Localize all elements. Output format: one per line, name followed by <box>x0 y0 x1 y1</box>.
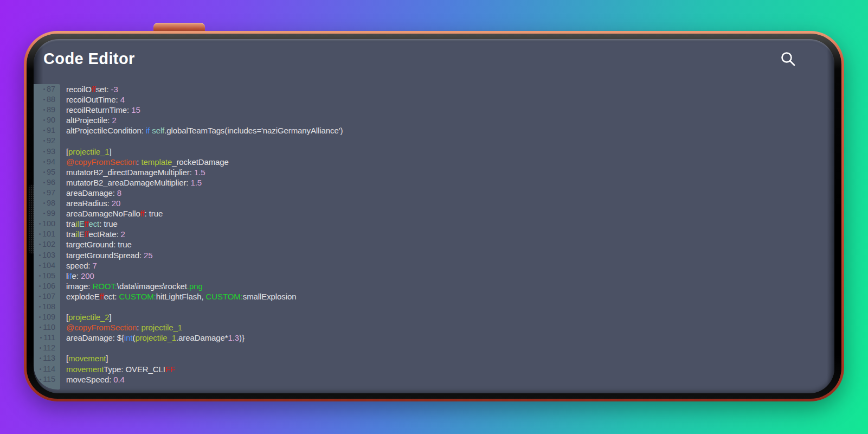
code-line[interactable]: •93[projectile_1] <box>34 146 834 157</box>
code-text: image: ROOT:\data\images\rocket.png <box>58 281 203 291</box>
line-number: •108 <box>34 302 58 312</box>
line-number: •88 <box>34 94 58 105</box>
line-number: •106 <box>34 281 58 291</box>
line-number: •101 <box>34 229 58 239</box>
code-text: altProjectile: 2 <box>58 115 117 125</box>
line-number: •107 <box>34 291 58 302</box>
search-icon[interactable] <box>779 50 798 69</box>
code-text: explodeEffect: CUSTOM:hitLightFlash, CUS… <box>58 291 296 302</box>
line-number: •97 <box>34 188 58 198</box>
line-number: •110 <box>34 322 58 333</box>
line-number: •111 <box>34 333 58 343</box>
code-lines[interactable]: •87recoilOffset: -3•88recoilOutTime: 4•8… <box>34 84 834 385</box>
code-text: speed: 7 <box>58 260 97 271</box>
code-line[interactable]: •112 <box>34 343 834 353</box>
code-line[interactable]: •88recoilOutTime: 4 <box>34 94 834 105</box>
code-text: targetGroundSpread: 25 <box>58 250 153 260</box>
line-number: •103 <box>34 250 58 260</box>
line-number: •98 <box>34 198 58 208</box>
code-text: [movement] <box>58 353 108 363</box>
code-line[interactable]: •109[projectile_2] <box>34 312 834 322</box>
code-text: targetGround: true <box>58 239 132 250</box>
line-number: •91 <box>34 125 58 136</box>
line-number: •104 <box>34 260 58 271</box>
code-text: [projectile_2] <box>58 312 112 322</box>
line-number: •94 <box>34 157 58 167</box>
line-number: •113 <box>34 353 58 363</box>
code-text: recoilReturnTime: 15 <box>58 105 140 115</box>
code-text: recoilOffset: -3 <box>58 84 118 94</box>
code-line[interactable]: •100trailEffect: true <box>34 219 834 229</box>
code-line[interactable]: •101trailEffectRate: 2 <box>34 229 834 239</box>
code-text <box>58 302 66 312</box>
line-number: •100 <box>34 219 58 229</box>
code-text: recoilOutTime: 4 <box>58 94 125 105</box>
code-text <box>58 343 66 353</box>
code-line[interactable]: •94@copyFromSection: template_rocketDama… <box>34 157 834 167</box>
page-title: Code Editor <box>43 50 135 68</box>
code-text: trailEffect: true <box>58 219 118 229</box>
code-line[interactable]: •107explodeEffect: CUSTOM:hitLightFlash,… <box>34 291 834 302</box>
code-line[interactable]: •89recoilReturnTime: 15 <box>34 105 834 115</box>
code-text: @copyFromSection: template_rocketDamage <box>58 157 229 167</box>
code-text: areaDamage: 8 <box>58 188 121 198</box>
line-number: •96 <box>34 177 58 188</box>
code-text: movementType: OVER_CLIFF <box>58 364 175 374</box>
code-line[interactable]: •99areaDamageNoFalloff: true <box>34 208 834 219</box>
code-line[interactable]: •108 <box>34 302 834 312</box>
line-number: •112 <box>34 343 58 353</box>
code-line[interactable]: •96mutatorB2_areaDamageMultiplier: 1.5 <box>34 177 834 188</box>
code-text: [projectile_1] <box>58 146 112 157</box>
code-text <box>58 136 66 146</box>
phone-screen: Code Editor •87recoilOffset: -3•88recoil… <box>34 39 834 393</box>
code-text: trailEffectRate: 2 <box>58 229 125 239</box>
code-line[interactable]: •110@copyFromSection: projectile_1 <box>34 322 834 333</box>
line-number: •87 <box>34 84 58 94</box>
code-line[interactable]: •102targetGround: true <box>34 239 834 250</box>
line-number: •99 <box>34 208 58 219</box>
code-text: @copyFromSection: projectile_1 <box>58 322 182 333</box>
code-text: areaRadius: 20 <box>58 198 120 208</box>
code-line[interactable]: •114movementType: OVER_CLIFF <box>34 364 834 374</box>
code-line[interactable]: •113[movement] <box>34 353 834 363</box>
code-line[interactable]: •91altProjectileCondition: if self.globa… <box>34 125 834 136</box>
code-line[interactable]: •95mutatorB2_directDamageMultiplier: 1.5 <box>34 167 834 177</box>
code-text: moveSpeed: 0.4 <box>58 374 125 385</box>
code-line[interactable]: •103targetGroundSpread: 25 <box>34 250 834 260</box>
code-line[interactable]: •115moveSpeed: 0.4 <box>34 374 834 385</box>
line-number: •92 <box>34 136 58 146</box>
code-text: life: 200 <box>58 271 94 281</box>
line-number: •93 <box>34 146 58 157</box>
line-number: •102 <box>34 239 58 250</box>
code-text: altProjectileCondition: if self.globalTe… <box>58 125 343 136</box>
code-text: mutatorB2_areaDamageMultiplier: 1.5 <box>58 177 202 188</box>
code-line[interactable]: •111areaDamage: ${int(projectile_1.areaD… <box>34 333 834 343</box>
code-line[interactable]: •98areaRadius: 20 <box>34 198 834 208</box>
code-text: areaDamageNoFalloff: true <box>58 208 163 219</box>
code-text: areaDamage: ${int(projectile_1.areaDamag… <box>58 333 245 343</box>
code-text: mutatorB2_directDamageMultiplier: 1.5 <box>58 167 205 177</box>
line-number: •90 <box>34 115 58 125</box>
code-line[interactable]: •90altProjectile: 2 <box>34 115 834 125</box>
line-number: •109 <box>34 312 58 322</box>
code-line[interactable]: •106image: ROOT:\data\images\rocket.png <box>34 281 834 291</box>
line-number: •95 <box>34 167 58 177</box>
code-line[interactable]: •105life: 200 <box>34 271 834 281</box>
line-number: •114 <box>34 364 58 374</box>
line-number: •89 <box>34 105 58 115</box>
code-line[interactable]: •92 <box>34 136 834 146</box>
line-number: •105 <box>34 271 58 281</box>
code-line[interactable]: •97areaDamage: 8 <box>34 188 834 198</box>
code-line[interactable]: •104speed: 7 <box>34 260 834 271</box>
code-line[interactable]: •87recoilOffset: -3 <box>34 84 834 94</box>
